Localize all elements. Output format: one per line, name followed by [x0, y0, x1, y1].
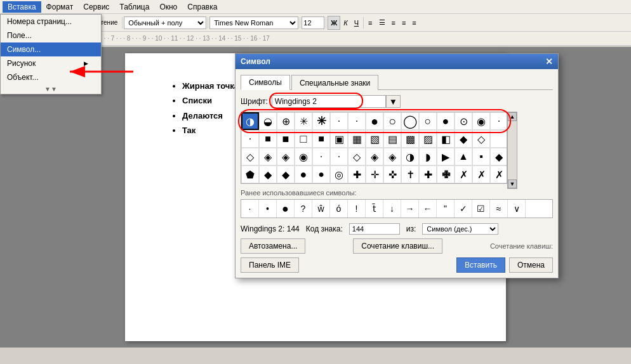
symbol-cell[interactable]: ▧ [366, 130, 383, 148]
symbol-cell[interactable]: · [312, 148, 330, 166]
symbol-cell[interactable]: ◆ [259, 166, 277, 183]
symbol-cell[interactable]: ⊕ [277, 112, 295, 130]
symbol-cell[interactable]: ◈ [259, 148, 277, 166]
symbol-cell[interactable]: □ [295, 130, 312, 148]
align-right-btn[interactable]: ≡ [389, 16, 399, 30]
symbol-cell[interactable]: ○ [383, 112, 401, 130]
symbol-cell[interactable]: ✗ [455, 166, 472, 183]
symbol-cell[interactable]: ◇ [348, 148, 366, 166]
symbol-cell[interactable]: ◒ [259, 112, 277, 130]
symbol-cell[interactable]: ▣ [330, 130, 348, 148]
symbol-cell[interactable]: ▶ [437, 148, 455, 166]
symbol-cell[interactable]: ✚ [348, 166, 366, 183]
symbol-cell[interactable]: ■ [312, 130, 330, 148]
symbol-cell[interactable]: ◈ [277, 148, 295, 166]
symbol-cell[interactable]: · [490, 112, 507, 130]
symbol-cell[interactable]: ■ [277, 130, 295, 148]
symbol-cell[interactable]: ◆ [277, 166, 295, 183]
symbol-cell[interactable]: · [330, 112, 348, 130]
symbol-cell[interactable]: ○ [419, 112, 437, 130]
scroll-down-btn[interactable]: ▼ [508, 179, 517, 188]
scroll-up-btn[interactable]: ▲ [508, 112, 517, 121]
symbol-cell[interactable]: ◑ [241, 112, 259, 130]
underline-btn[interactable]: Ч [351, 16, 362, 30]
symbol-cell[interactable]: ◑ [401, 148, 419, 166]
symbol-cell[interactable]: ◈ [366, 148, 383, 166]
symbol-cell[interactable]: ◉ [295, 148, 312, 166]
recent-cell[interactable]: ☑ [472, 200, 490, 218]
font-combo[interactable]: Times New Roman [209, 16, 298, 29]
align-left-btn[interactable]: ≡ [365, 16, 375, 30]
symbol-cell[interactable]: ✗ [490, 166, 507, 183]
ime-panel-btn[interactable]: Панель IME [241, 257, 299, 273]
recent-cell[interactable]: ← [419, 200, 437, 218]
symbol-cell[interactable]: ● [437, 112, 455, 130]
tab-special[interactable]: Специальные знаки [291, 75, 378, 90]
symbol-cell[interactable]: ▨ [419, 130, 437, 148]
recent-cell[interactable]: • [259, 200, 277, 218]
symbol-cell[interactable]: · [241, 130, 259, 148]
symbol-cell[interactable]: ▲ [455, 148, 472, 166]
recent-cell[interactable]: t̄ [366, 200, 383, 218]
symbol-cell[interactable]: ◎ [330, 166, 348, 183]
cancel-btn[interactable]: Отмена [509, 257, 553, 273]
symbol-cell[interactable]: ◆ [490, 148, 507, 166]
recent-cell[interactable]: ó [330, 200, 348, 218]
menu-symbol[interactable]: Символ... [1, 42, 101, 56]
recent-cell[interactable]: → [401, 200, 419, 218]
menu-field[interactable]: Поле... [1, 29, 101, 42]
symbol-cell[interactable]: ◉ [472, 112, 490, 130]
recent-cell[interactable]: ? [295, 200, 312, 218]
symbol-cell[interactable]: ✙ [437, 166, 455, 183]
symbol-cell[interactable]: ✜ [383, 166, 401, 183]
symbol-cell[interactable]: ✗ [472, 166, 490, 183]
symbol-cell[interactable]: ⬟ [241, 166, 259, 183]
menu-service[interactable]: Сервис [78, 1, 114, 13]
symbol-cell[interactable]: ◗ [419, 148, 437, 166]
autochange-btn[interactable]: Автозамена... [241, 238, 305, 254]
recent-cell[interactable]: ✓ [455, 200, 472, 218]
symbol-cell[interactable]: ✳ [312, 112, 330, 130]
symbol-cell[interactable]: ◆ [455, 130, 472, 148]
symbol-cell[interactable]: ✝ [401, 166, 419, 183]
symbol-cell[interactable]: ✚ [419, 166, 437, 183]
font-input[interactable] [272, 95, 386, 108]
symbol-cell[interactable]: ■ [259, 130, 277, 148]
symbol-cell[interactable]: ◯ [401, 112, 419, 130]
recent-cell[interactable]: ! [348, 200, 366, 218]
recent-cell[interactable]: " [437, 200, 455, 218]
grid-scrollbar[interactable]: ▲ ▼ [507, 112, 517, 189]
symbol-cell[interactable]: ⊙ [455, 112, 472, 130]
symbol-cell[interactable]: ◧ [437, 130, 455, 148]
list-btn[interactable]: ≡ [409, 16, 419, 30]
align-center-btn[interactable]: ☰ [376, 16, 389, 30]
menu-help[interactable]: Справка [182, 1, 222, 13]
menu-more[interactable]: ▼▼ [1, 84, 101, 94]
tab-symbols[interactable]: Символы [241, 75, 290, 90]
shortcut-assign-btn[interactable]: Сочетание клавиш... [353, 238, 442, 254]
symbol-cell[interactable] [490, 130, 507, 148]
recent-cell[interactable]: · [241, 200, 259, 218]
menu-picture[interactable]: Рисунок [1, 56, 101, 70]
menu-insert[interactable]: Вставка [3, 1, 41, 13]
menu-object[interactable]: Объект... [1, 70, 101, 84]
font-size-input[interactable] [302, 16, 324, 29]
symbol-cell[interactable]: ● [295, 166, 312, 183]
symbol-cell[interactable]: ▪ [472, 148, 490, 166]
recent-cell[interactable]: ● [277, 200, 295, 218]
symbol-cell[interactable]: ● [366, 112, 383, 130]
bold-btn[interactable]: Ж [328, 16, 340, 30]
symbol-cell[interactable]: ✛ [366, 166, 383, 183]
dialog-close-btn[interactable]: ✕ [545, 57, 553, 66]
menu-window[interactable]: Окно [154, 1, 182, 13]
symbol-cell[interactable]: ◈ [383, 148, 401, 166]
align-justify-btn[interactable]: ≡ [399, 16, 409, 30]
from-combo[interactable]: Символ (дес.) [422, 223, 498, 235]
symbol-cell[interactable]: ◇ [241, 148, 259, 166]
menu-page-numbers[interactable]: Номера страниц... [1, 15, 101, 29]
scroll-track[interactable] [508, 121, 517, 179]
font-dropdown-btn[interactable]: ▼ [386, 95, 401, 108]
code-input[interactable] [349, 223, 400, 235]
italic-btn[interactable]: К [340, 16, 350, 30]
symbol-cell[interactable]: · [348, 112, 366, 130]
